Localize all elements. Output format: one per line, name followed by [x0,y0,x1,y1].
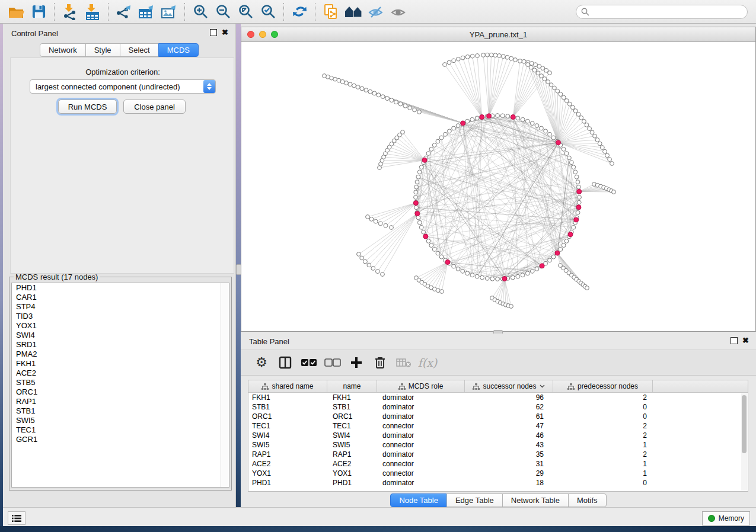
apply-layout-button[interactable] [290,3,309,21]
gear-icon: ⚙ [256,356,267,369]
column-label: name [343,382,361,390]
tab-motifs[interactable]: Motifs [568,493,607,507]
table-row[interactable]: STB1STB1dominator620 [248,402,748,412]
tab-edge-table[interactable]: Edge Table [446,493,503,507]
network-canvas[interactable] [241,42,755,332]
mcds-result-item: SRD1 [12,340,229,350]
column-header-successor-nodes[interactable]: successor nodes [465,380,553,392]
save-session-button[interactable] [29,3,48,21]
float-panel-button[interactable] [210,29,217,36]
first-neighbors-button[interactable] [344,3,363,21]
float-table-panel-button[interactable] [731,337,738,344]
zoom-fit-icon [238,4,254,20]
cell-name: TEC1 [327,422,377,430]
search-icon [581,8,589,16]
close-panel-icon[interactable]: ✖ [222,30,228,36]
cell-predecessor-nodes: 2 [553,450,653,459]
shared-column-icon [261,383,269,390]
open-file-button[interactable] [7,3,25,21]
hide-selected-button[interactable] [366,3,385,21]
tab-style[interactable]: Style [85,43,120,57]
tab-mcds[interactable]: MCDS [158,43,199,57]
table-row[interactable]: ORC1ORC1dominator610 [248,412,748,421]
memory-button[interactable]: Memory [702,511,750,525]
add-column-button[interactable] [346,354,366,371]
table-row[interactable]: PHD1PHD1dominator180 [248,478,748,488]
import-table-button[interactable] [83,3,102,21]
table-row[interactable]: RAP1RAP1dominator352 [248,450,748,459]
table-scrollbar-thumb[interactable] [742,395,747,453]
import-network-icon [62,4,78,20]
criterion-dropdown[interactable]: largest connected component (undirected) [30,79,216,94]
run-mcds-button[interactable]: Run MCDS [58,100,117,114]
export-image-button[interactable] [160,3,178,21]
cell-predecessor-nodes: 0 [553,479,653,487]
cell-predecessor-nodes: 1 [553,460,653,468]
cell-successor-nodes: 35 [465,450,553,459]
import-network-button[interactable] [60,3,79,21]
cell-successor-nodes: 43 [465,441,553,449]
column-header-predecessor-nodes[interactable]: predecessor nodes [553,380,653,392]
close-window-button[interactable] [247,31,254,38]
export-network-button[interactable] [114,3,133,21]
clone-network-icon [323,4,339,20]
tab-node-table[interactable]: Node Table [390,493,447,507]
zoom-selected-button[interactable] [259,3,277,21]
column-header-name[interactable]: name [327,380,377,392]
table-row[interactable]: TEC1TEC1connector472 [248,421,748,431]
node-table: shared namenameMCDS rolesuccessor nodesp… [248,380,748,492]
tab-network-table[interactable]: Network Table [502,493,569,507]
table-row[interactable]: SWI4SWI4dominator462 [248,431,748,440]
maximize-window-button[interactable] [271,31,278,38]
cell-shared-name: TEC1 [248,422,327,430]
select-all-button[interactable] [299,354,319,371]
column-header-shared-name[interactable]: shared name [248,380,327,392]
plus-icon [350,357,362,368]
control-panel: Control Panel ✖ NetworkStyleSelectMCDS O… [3,24,236,507]
cell-successor-nodes: 47 [465,422,553,430]
table-row[interactable]: ACE2ACE2connector311 [248,459,748,469]
show-all-button[interactable] [389,3,408,21]
cell-name: SWI5 [327,441,377,449]
cell-successor-nodes: 46 [465,431,553,440]
list-scrollbar[interactable] [221,283,229,487]
settings-gear-button[interactable]: ⚙ [251,354,272,371]
cell-name: STB1 [327,403,377,411]
export-network-icon [115,4,133,20]
zoom-fit-button[interactable] [236,3,255,21]
close-panel-button[interactable]: Close panel [123,100,186,114]
tab-select[interactable]: Select [120,43,159,57]
task-history-button[interactable] [8,511,25,525]
mcds-result-item: STB1 [12,406,229,416]
column-header-MCDS-role[interactable]: MCDS role [377,380,465,392]
toolbar-separator [315,3,315,21]
cell-predecessor-nodes: 0 [553,403,653,411]
main-toolbar [0,0,756,24]
clone-network-button[interactable] [321,3,340,21]
export-image-icon [160,4,178,20]
show-columns-button[interactable] [275,354,295,371]
tab-network[interactable]: Network [40,43,86,57]
column-label: successor nodes [483,382,536,390]
control-panel-tabs: NetworkStyleSelectMCDS [40,43,199,57]
export-table-button[interactable] [137,3,156,21]
cell-shared-name: SWI5 [248,441,327,449]
delete-column-button[interactable] [370,354,390,371]
mcds-result-item: TID3 [12,312,229,321]
save-floppy-icon [31,4,46,19]
zoom-in-button[interactable] [191,3,210,21]
search-input[interactable] [576,5,748,19]
minimize-window-button[interactable] [259,31,266,38]
network-window-titlebar[interactable]: YPA_prune.txt_1 [241,27,755,42]
zoom-out-button[interactable] [213,3,232,21]
cell-name: ACE2 [327,460,377,468]
table-row[interactable]: SWI5SWI5connector431 [248,440,748,450]
deselect-all-button[interactable] [323,354,343,371]
function-builder-button[interactable]: f(x) [417,354,438,371]
delete-table-button[interactable] [394,354,414,371]
column-label: MCDS role [409,382,444,390]
cell-MCDS-role: dominator [377,431,465,440]
close-table-panel-icon[interactable]: ✖ [742,338,749,344]
table-row[interactable]: YOX1YOX1connector291 [248,469,748,478]
table-row[interactable]: FKH1FKH1dominator962 [248,393,748,402]
